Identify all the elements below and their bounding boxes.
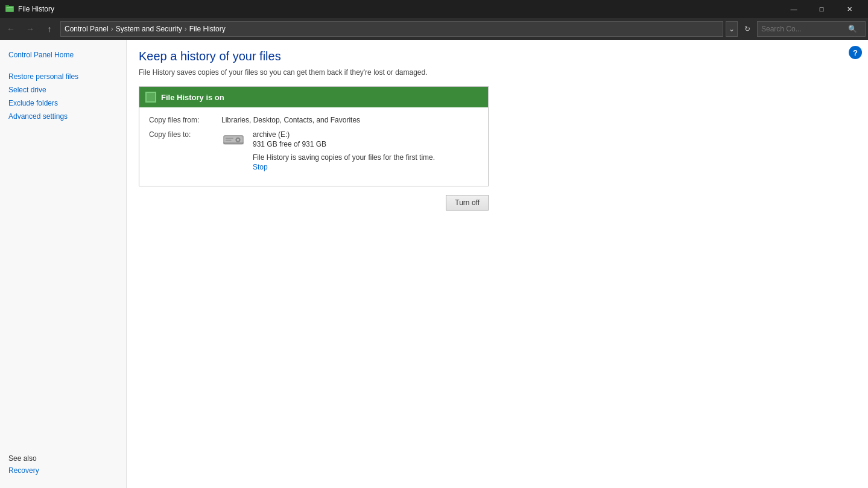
copy-to-label: Copy files to:: [149, 130, 221, 171]
sidebar-item-advanced-settings[interactable]: Advanced settings: [0, 110, 126, 123]
path-system-security[interactable]: System and Security: [116, 25, 182, 33]
drive-space: 931 GB free of 931 GB: [253, 140, 435, 148]
svg-rect-8: [237, 139, 239, 141]
sidebar-see-also: See also Recovery: [0, 448, 126, 482]
address-bar: ← → ↑ Control Panel › System and Securit…: [0, 18, 868, 40]
copy-from-value: Libraries, Desktop, Contacts, and Favori…: [221, 116, 360, 124]
drive-icon: [221, 130, 246, 148]
sidebar-item-restore-personal-files[interactable]: Restore personal files: [0, 70, 126, 83]
sidebar-item-select-drive[interactable]: Select drive: [0, 83, 126, 97]
address-right-controls: ⌄ ↻: [726, 21, 755, 37]
page-subtitle: File History saves copies of your files …: [139, 68, 856, 77]
svg-rect-10: [226, 140, 232, 141]
status-header: File History is on: [139, 87, 488, 107]
close-button[interactable]: ✕: [835, 0, 863, 18]
refresh-button[interactable]: ↻: [740, 21, 755, 37]
copy-to-row: Copy files to:: [149, 130, 478, 171]
app-icon: [5, 4, 14, 14]
see-also-title: See also: [8, 454, 118, 463]
path-control-panel[interactable]: Control Panel: [65, 25, 109, 33]
content-area: ? Keep a history of your files File Hist…: [127, 40, 868, 488]
forward-button[interactable]: →: [22, 21, 39, 37]
recovery-link[interactable]: Recovery: [8, 465, 118, 476]
maximize-button[interactable]: □: [808, 0, 835, 18]
turn-off-button[interactable]: Turn off: [446, 195, 489, 211]
title-bar: File History — □ ✕: [0, 0, 868, 18]
minimize-button[interactable]: —: [780, 0, 808, 18]
title-bar-left: File History: [5, 4, 54, 14]
stop-link[interactable]: Stop: [253, 163, 435, 171]
action-row: Turn off: [139, 195, 489, 211]
drive-info: archive (E:) 931 GB free of 931 GB File …: [253, 130, 435, 171]
help-icon[interactable]: ?: [849, 46, 862, 59]
status-indicator: [145, 92, 156, 103]
sidebar: Control Panel Home Restore personal file…: [0, 40, 127, 488]
window-title: File History: [18, 5, 54, 13]
copy-from-row: Copy files from: Libraries, Desktop, Con…: [149, 116, 478, 124]
main-layout: Control Panel Home Restore personal file…: [0, 40, 868, 488]
copy-from-label: Copy files from:: [149, 116, 221, 124]
svg-rect-9: [226, 138, 233, 139]
svg-rect-3: [5, 5, 9, 7]
address-path[interactable]: Control Panel › System and Security › Fi…: [60, 21, 723, 37]
svg-rect-11: [223, 142, 243, 144]
window-controls: — □ ✕: [780, 0, 863, 18]
svg-rect-2: [7, 7, 13, 8]
status-box: File History is on Copy files from: Libr…: [139, 86, 489, 186]
search-icon[interactable]: 🔍: [848, 25, 857, 33]
sidebar-item-control-panel-home[interactable]: Control Panel Home: [0, 48, 126, 62]
up-button[interactable]: ↑: [41, 21, 58, 37]
search-input[interactable]: [761, 25, 846, 33]
status-text: File History is on: [161, 93, 224, 102]
search-box[interactable]: 🔍: [757, 21, 866, 37]
drive-section: archive (E:) 931 GB free of 931 GB File …: [221, 130, 435, 171]
path-file-history: File History: [189, 25, 226, 33]
status-body: Copy files from: Libraries, Desktop, Con…: [139, 107, 488, 186]
drive-status: File History is saving copies of your fi…: [253, 153, 435, 162]
page-title: Keep a history of your files: [139, 49, 856, 63]
sidebar-navigation: Control Panel Home Restore personal file…: [0, 46, 126, 125]
sidebar-item-exclude-folders[interactable]: Exclude folders: [0, 97, 126, 110]
back-button[interactable]: ←: [2, 21, 19, 37]
drive-name: archive (E:): [253, 130, 435, 139]
address-dropdown[interactable]: ⌄: [726, 21, 738, 37]
